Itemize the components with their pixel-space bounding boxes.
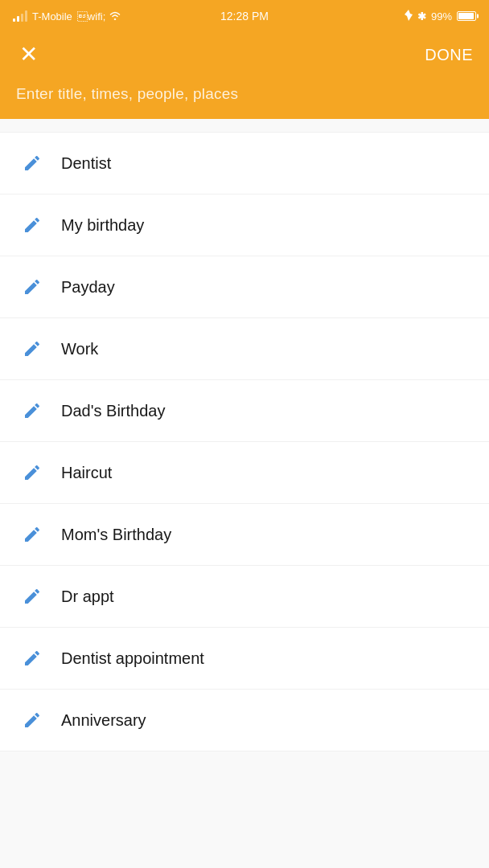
signal-icon bbox=[13, 10, 27, 22]
item-label: My birthday bbox=[61, 216, 144, 235]
list-item[interactable]: Dentist bbox=[0, 132, 489, 194]
list-item[interactable]: Dentist appointment bbox=[0, 628, 489, 690]
list-item[interactable]: Haircut bbox=[0, 442, 489, 504]
item-label: Payday bbox=[61, 278, 115, 297]
edit-icon bbox=[16, 457, 48, 489]
close-button[interactable]: ✕ bbox=[16, 40, 41, 69]
item-label: Dad's Birthday bbox=[61, 402, 165, 420]
list-item[interactable]: Dad's Birthday bbox=[0, 380, 489, 442]
item-label: Anniversary bbox=[61, 711, 146, 730]
location-icon bbox=[405, 10, 413, 23]
edit-icon bbox=[16, 395, 48, 427]
search-area: Enter title, times, people, places bbox=[0, 85, 489, 119]
status-right: ✱ 99% bbox=[405, 10, 476, 23]
nav-bar: ✕ DONE bbox=[0, 29, 489, 85]
edit-icon bbox=[16, 271, 48, 303]
item-label: Dentist bbox=[61, 154, 111, 173]
item-label: Dr appt bbox=[61, 588, 114, 606]
edit-icon bbox=[16, 147, 48, 179]
bluetooth-icon: ✱ bbox=[417, 10, 426, 23]
edit-icon bbox=[16, 209, 48, 241]
list-item[interactable]: Mom's Birthday bbox=[0, 504, 489, 566]
status-left: T-Mobile wifi; bbox=[13, 10, 121, 23]
edit-icon bbox=[16, 580, 48, 612]
item-label: Haircut bbox=[61, 464, 112, 482]
list-item[interactable]: Payday bbox=[0, 256, 489, 318]
carrier-label: T-Mobile bbox=[32, 10, 72, 23]
search-placeholder[interactable]: Enter title, times, people, places bbox=[16, 85, 238, 102]
item-label: Mom's Birthday bbox=[61, 526, 171, 544]
item-label: Dentist appointment bbox=[61, 649, 204, 668]
status-bar: T-Mobile wifi; 12:28 PM ✱ 99% bbox=[0, 0, 489, 29]
done-button[interactable]: DONE bbox=[425, 46, 473, 64]
wifi-icon: wifi; bbox=[77, 10, 121, 23]
list-container: Dentist My birthday Payday Work bbox=[0, 119, 489, 758]
bottom-spacer bbox=[0, 758, 489, 868]
list-item[interactable]: My birthday bbox=[0, 194, 489, 256]
edit-icon bbox=[16, 642, 48, 674]
edit-icon bbox=[16, 518, 48, 551]
status-time: 12:28 PM bbox=[220, 10, 269, 23]
list-item[interactable]: Anniversary bbox=[0, 690, 489, 751]
edit-icon bbox=[16, 333, 48, 365]
list-item[interactable]: Work bbox=[0, 318, 489, 380]
battery-icon bbox=[457, 11, 476, 21]
list-item[interactable]: Dr appt bbox=[0, 566, 489, 628]
item-label: Work bbox=[61, 340, 98, 358]
battery-percent: 99% bbox=[431, 10, 452, 23]
edit-icon bbox=[16, 704, 48, 736]
